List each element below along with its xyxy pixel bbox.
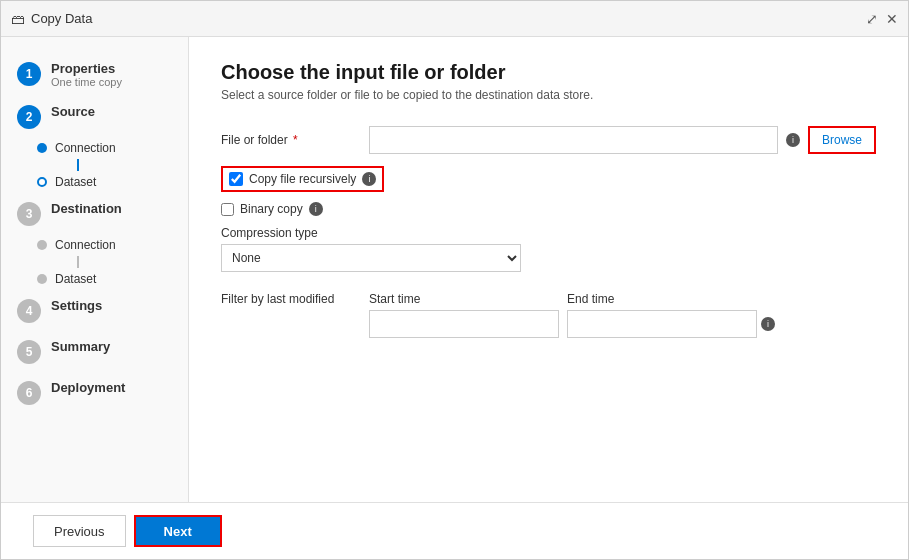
binary-copy-info-icon[interactable]: i [309,202,323,216]
sidebar-item-properties[interactable]: 1 Properties One time copy [1,53,188,96]
file-folder-row: File or folder * i Browse [221,126,876,154]
compression-type-label: Compression type [221,226,876,240]
main-content: Choose the input file or folder Select a… [189,37,908,502]
binary-copy-row: Binary copy i [221,202,876,216]
step-4-label: Settings [51,298,102,313]
destination-connection-label: Connection [55,238,116,252]
required-marker: * [290,133,298,147]
destination-sub-items: Connection Dataset [1,234,188,290]
destination-connection-item[interactable]: Connection [37,234,188,256]
source-dataset-label: Dataset [55,175,96,189]
copy-recursive-checkbox[interactable] [229,172,243,186]
title-bar: 🗃 Copy Data ⤢ ✕ [1,1,908,37]
step-2-label-group: Source [51,104,95,119]
source-connection-item[interactable]: Connection [37,137,188,159]
source-sub-items: Connection Dataset [1,137,188,193]
source-connection-dot [37,143,47,153]
step-1-sub: One time copy [51,76,122,88]
filter-label: Filter by last modified [221,292,361,306]
step-5-label-group: Summary [51,339,110,354]
step-6-circle: 6 [17,381,41,405]
copy-recursive-row: Copy file recursively i [221,166,384,192]
file-folder-label: File or folder * [221,133,361,147]
source-connector-line [77,159,79,171]
destination-dataset-item[interactable]: Dataset [37,268,188,290]
file-folder-info-icon[interactable]: i [786,133,800,147]
start-time-label: Start time [369,292,559,306]
step-5-circle: 5 [17,340,41,364]
step-5-label: Summary [51,339,110,354]
step-4-circle: 4 [17,299,41,323]
start-time-input[interactable] [369,310,559,338]
step-3-label-group: Destination [51,201,122,216]
sidebar-item-deployment[interactable]: 6 Deployment [1,372,188,413]
next-button[interactable]: Next [134,515,222,547]
destination-connection-dot [37,240,47,250]
title-bar-controls: ⤢ ✕ [866,11,898,27]
source-dataset-dot [37,177,47,187]
close-icon[interactable]: ✕ [886,11,898,27]
step-1-label: Properties [51,61,122,76]
destination-dataset-dot [37,274,47,284]
page-title: Choose the input file or folder [221,61,876,84]
sidebar-item-settings[interactable]: 4 Settings [1,290,188,331]
binary-copy-label: Binary copy [240,202,303,216]
footer: Previous Next [1,502,908,559]
end-time-input[interactable] [567,310,757,338]
step-6-label: Deployment [51,380,125,395]
sidebar: 1 Properties One time copy 2 Source Conn… [1,37,189,502]
window-title: Copy Data [31,11,92,26]
page-subtitle: Select a source folder or file to be cop… [221,88,876,102]
filter-row: Filter by last modified Start time End t… [221,292,876,338]
file-folder-input[interactable] [369,126,778,154]
step-3-label: Destination [51,201,122,216]
step-2-circle: 2 [17,105,41,129]
step-3-circle: 3 [17,202,41,226]
end-time-info-icon[interactable]: i [761,317,775,331]
copy-recursive-info-icon[interactable]: i [362,172,376,186]
sidebar-item-summary[interactable]: 5 Summary [1,331,188,372]
copy-data-window: 🗃 Copy Data ⤢ ✕ 1 Properties One time co… [0,0,909,560]
step-2-label: Source [51,104,95,119]
end-time-col: End time i [567,292,775,338]
source-dataset-item[interactable]: Dataset [37,171,188,193]
title-bar-left: 🗃 Copy Data [11,11,92,27]
step-6-label-group: Deployment [51,380,125,395]
filter-section: Filter by last modified Start time End t… [221,292,876,338]
browse-button[interactable]: Browse [808,126,876,154]
expand-icon[interactable]: ⤢ [866,11,878,27]
sidebar-item-destination[interactable]: 3 Destination [1,193,188,234]
step-4-label-group: Settings [51,298,102,313]
destination-connector-line [77,256,79,268]
end-time-label: End time [567,292,775,306]
binary-copy-checkbox[interactable] [221,203,234,216]
compression-type-row: Compression type None [221,226,876,272]
sidebar-item-source[interactable]: 2 Source [1,96,188,137]
source-connection-label: Connection [55,141,116,155]
main-layout: 1 Properties One time copy 2 Source Conn… [1,37,908,502]
previous-button[interactable]: Previous [33,515,126,547]
start-time-col: Start time [369,292,559,338]
destination-dataset-label: Dataset [55,272,96,286]
step-1-label-group: Properties One time copy [51,61,122,88]
copy-recursive-label: Copy file recursively [249,172,356,186]
app-icon: 🗃 [11,11,25,27]
file-folder-label-text: File or folder [221,133,288,147]
step-1-circle: 1 [17,62,41,86]
compression-type-select[interactable]: None [221,244,521,272]
